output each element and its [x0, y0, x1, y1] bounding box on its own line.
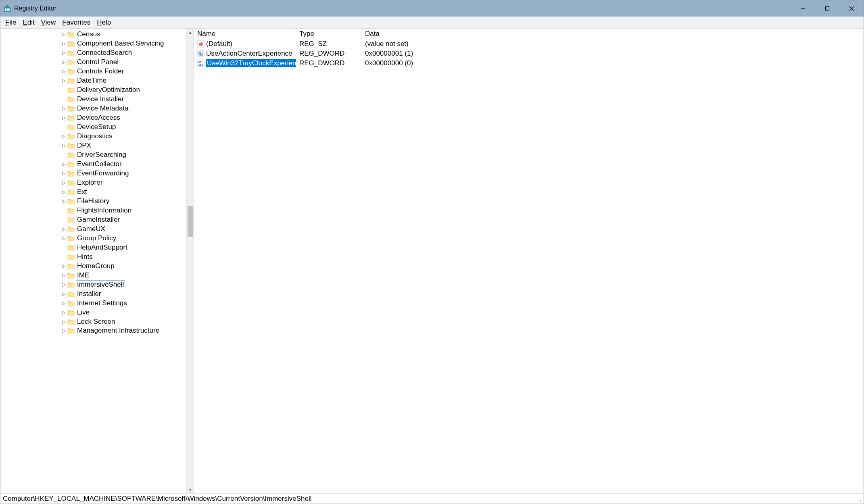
tree-item[interactable]: ▷Controls Folder: [0, 67, 186, 76]
tree-item[interactable]: ▷Device Metadata: [0, 104, 186, 113]
tree-item[interactable]: ▷ImmersiveShell: [0, 280, 186, 289]
menu-favorites[interactable]: Favorites: [60, 18, 93, 27]
value-row[interactable]: UseActionCenterExperienceREG_DWORD0x0000…: [194, 49, 864, 58]
scroll-thumb[interactable]: [188, 206, 193, 237]
chevron-right-icon[interactable]: ▷: [61, 171, 67, 176]
menu-edit[interactable]: Edit: [20, 18, 37, 27]
tree-item-label: Census: [76, 30, 101, 38]
value-row[interactable]: (Default)REG_SZ(value not set): [194, 39, 864, 49]
tree-item[interactable]: ▷DateTime: [0, 76, 186, 85]
folder-icon: [67, 207, 75, 214]
tree-item[interactable]: ▷EventForwarding: [0, 169, 186, 178]
chevron-right-icon[interactable]: ▷: [61, 115, 67, 121]
menu-help[interactable]: Help: [94, 18, 113, 27]
folder-icon: [67, 327, 75, 334]
chevron-right-icon[interactable]: ▷: [61, 106, 67, 111]
folder-icon: [67, 105, 75, 112]
menu-file[interactable]: File: [3, 18, 19, 27]
tree-item[interactable]: GameInstaller: [0, 215, 186, 224]
tree-item[interactable]: DeviceSetup: [0, 122, 186, 131]
chevron-right-icon[interactable]: ▷: [61, 78, 67, 83]
close-button[interactable]: [839, 0, 864, 17]
tree-item[interactable]: ▷Management Infrastructure: [0, 326, 186, 335]
window-title: Registry Editor: [14, 5, 791, 12]
folder-icon: [67, 161, 75, 167]
tree-item[interactable]: ▷FileHistory: [0, 196, 186, 206]
chevron-right-icon[interactable]: ▷: [61, 41, 67, 46]
chevron-right-icon[interactable]: ▷: [61, 282, 67, 287]
tree-item[interactable]: ▷Explorer: [0, 178, 186, 187]
scroll-up-icon[interactable]: ▴: [187, 29, 194, 36]
tree-item[interactable]: ▷Group Policy: [0, 233, 186, 243]
menu-view[interactable]: View: [39, 18, 58, 27]
resize-grip-icon[interactable]: [857, 497, 863, 503]
col-data[interactable]: Data: [362, 29, 864, 39]
tree-item[interactable]: ▷Internet Settings: [0, 298, 186, 308]
tree-item[interactable]: FlightsInformation: [0, 206, 186, 215]
tree-item[interactable]: ▷EventCollector: [0, 159, 186, 169]
folder-icon: [67, 319, 75, 325]
tree-item[interactable]: ▷Diagnostics: [0, 131, 186, 141]
tree-item[interactable]: ▷IME: [0, 271, 186, 280]
tree-item-label: HelpAndSupport: [76, 244, 128, 252]
chevron-right-icon[interactable]: ▷: [61, 143, 67, 148]
chevron-right-icon[interactable]: ▷: [61, 133, 67, 139]
chevron-right-icon[interactable]: ▷: [61, 59, 67, 65]
chevron-right-icon[interactable]: ▷: [61, 180, 67, 185]
chevron-right-icon[interactable]: ▷: [61, 69, 67, 74]
chevron-right-icon[interactable]: ▷: [61, 291, 67, 297]
chevron-right-icon[interactable]: ▷: [61, 319, 67, 325]
minimize-button[interactable]: [791, 0, 815, 17]
tree-item[interactable]: ▷Installer: [0, 289, 186, 298]
chevron-right-icon[interactable]: ▷: [61, 226, 67, 232]
tree-item[interactable]: ▷Census: [0, 29, 186, 39]
chevron-right-icon[interactable]: ▷: [61, 300, 67, 306]
values-list[interactable]: (Default)REG_SZ(value not set)UseActionC…: [194, 39, 864, 493]
maximize-button[interactable]: [815, 0, 839, 17]
tree-item[interactable]: ▷Lock Screen: [0, 317, 186, 326]
tree-item[interactable]: Hints: [0, 252, 186, 261]
chevron-right-icon[interactable]: ▷: [61, 235, 67, 241]
tree-item-label: DeliveryOptimization: [76, 86, 141, 94]
chevron-right-icon[interactable]: ▷: [61, 310, 67, 315]
tree-view[interactable]: ▷Census▷Component Based Servicing▷Connec…: [0, 29, 186, 493]
tree-item[interactable]: ▷DPX: [0, 141, 186, 150]
tree-item[interactable]: ▷HomeGroup: [0, 261, 186, 271]
scroll-down-icon[interactable]: ▾: [187, 486, 194, 493]
tree-item[interactable]: DriverSearching: [0, 150, 186, 159]
chevron-right-icon[interactable]: ▷: [61, 31, 67, 37]
chevron-right-icon[interactable]: ▷: [61, 263, 67, 269]
chevron-right-icon[interactable]: ▷: [61, 198, 67, 204]
col-name[interactable]: Name: [194, 29, 296, 39]
tree-scrollbar[interactable]: ▴ ▾: [186, 29, 194, 493]
titlebar[interactable]: Registry Editor: [0, 0, 864, 17]
folder-icon: [67, 170, 75, 177]
tree-item[interactable]: ▷DeviceAccess: [0, 113, 186, 122]
folder-icon: [67, 291, 75, 297]
chevron-right-icon[interactable]: ▷: [61, 328, 67, 333]
tree-item-label: DeviceSetup: [76, 123, 117, 131]
tree-item[interactable]: ▷Live: [0, 308, 186, 317]
tree-item[interactable]: ▷Component Based Servicing: [0, 39, 186, 48]
tree-item[interactable]: HelpAndSupport: [0, 243, 186, 252]
tree-item[interactable]: ▷GameUX: [0, 224, 186, 233]
value-row[interactable]: UseWin32TrayClockExperienceREG_DWORD0x00…: [194, 58, 864, 68]
chevron-right-icon[interactable]: ▷: [61, 273, 67, 278]
value-type: REG_DWORD: [296, 50, 362, 58]
tree-item[interactable]: ▷ConnectedSearch: [0, 48, 186, 57]
chevron-right-icon[interactable]: ▷: [61, 161, 67, 167]
tree-item-label: DPX: [76, 142, 92, 150]
value-name: UseActionCenterExperience: [206, 50, 292, 58]
tree-item[interactable]: ▷Ext: [0, 187, 186, 196]
tree-pane: ▷Census▷Component Based Servicing▷Connec…: [0, 29, 194, 493]
folder-icon: [67, 40, 75, 47]
values-header: Name Type Data: [194, 29, 864, 39]
tree-item[interactable]: ▷Control Panel: [0, 57, 186, 67]
value-data: (value not set): [362, 40, 864, 48]
chevron-right-icon[interactable]: ▷: [61, 50, 67, 56]
chevron-right-icon[interactable]: ▷: [61, 189, 67, 195]
value-name: (Default): [206, 40, 232, 48]
col-type[interactable]: Type: [296, 29, 362, 39]
tree-item[interactable]: DeliveryOptimization: [0, 85, 186, 94]
tree-item[interactable]: Device Installer: [0, 94, 186, 104]
